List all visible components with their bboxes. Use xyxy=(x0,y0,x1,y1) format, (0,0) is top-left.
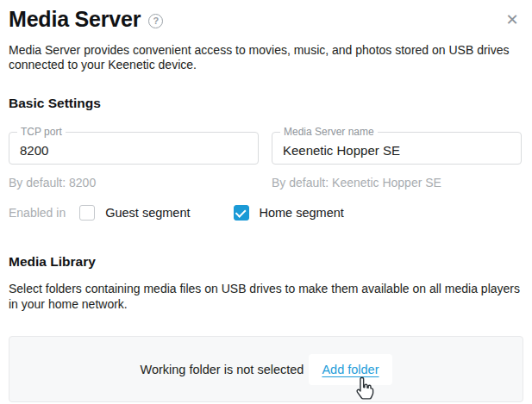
hand-pointer-cursor-icon xyxy=(354,376,376,401)
media-library-description: Select folders containing media files on… xyxy=(9,282,523,312)
add-folder-button[interactable]: Add folder xyxy=(309,354,391,385)
guest-segment-label: Guest segment xyxy=(105,206,190,220)
close-icon[interactable]: ✕ xyxy=(504,11,521,28)
home-segment-checkbox-item[interactable]: Home segment xyxy=(234,205,344,221)
guest-segment-checkbox-item[interactable]: Guest segment xyxy=(79,205,190,221)
page-title: Media Server xyxy=(9,7,141,32)
enabled-in-label: Enabled in xyxy=(9,206,66,220)
tcp-port-helper: By default: 8200 xyxy=(9,176,259,190)
add-folder-link[interactable]: Add folder xyxy=(322,363,379,376)
home-segment-label: Home segment xyxy=(260,206,344,220)
server-name-field-outline: Media Server name xyxy=(272,132,522,165)
tcp-port-field-group: TCP port By default: 8200 xyxy=(9,132,259,190)
media-library-empty-panel: Working folder is not selected Add folde… xyxy=(9,336,523,402)
media-library-heading: Media Library xyxy=(9,254,523,270)
media-server-dialog: Media Server ? ✕ Media Server provides c… xyxy=(0,0,532,404)
dialog-header: Media Server ? ✕ xyxy=(9,7,523,32)
guest-segment-checkbox[interactable] xyxy=(79,205,95,221)
tcp-port-label: TCP port xyxy=(17,127,66,138)
server-name-label: Media Server name xyxy=(280,127,378,138)
enabled-in-row: Enabled in Guest segment Home segment xyxy=(9,205,523,221)
server-name-field-group: Media Server name By default: Keenetic H… xyxy=(272,132,522,190)
help-icon[interactable]: ? xyxy=(148,14,163,28)
empty-state-message: Working folder is not selected xyxy=(140,363,304,376)
tcp-port-field-outline: TCP port xyxy=(9,132,259,165)
basic-settings-heading: Basic Settings xyxy=(9,96,523,111)
server-name-helper: By default: Keenetic Hopper SE xyxy=(272,176,522,190)
home-segment-checkbox[interactable] xyxy=(234,205,249,221)
intro-text: Media Server provides convenient access … xyxy=(9,43,521,72)
basic-settings-fields: TCP port By default: 8200 Media Server n… xyxy=(9,132,523,190)
